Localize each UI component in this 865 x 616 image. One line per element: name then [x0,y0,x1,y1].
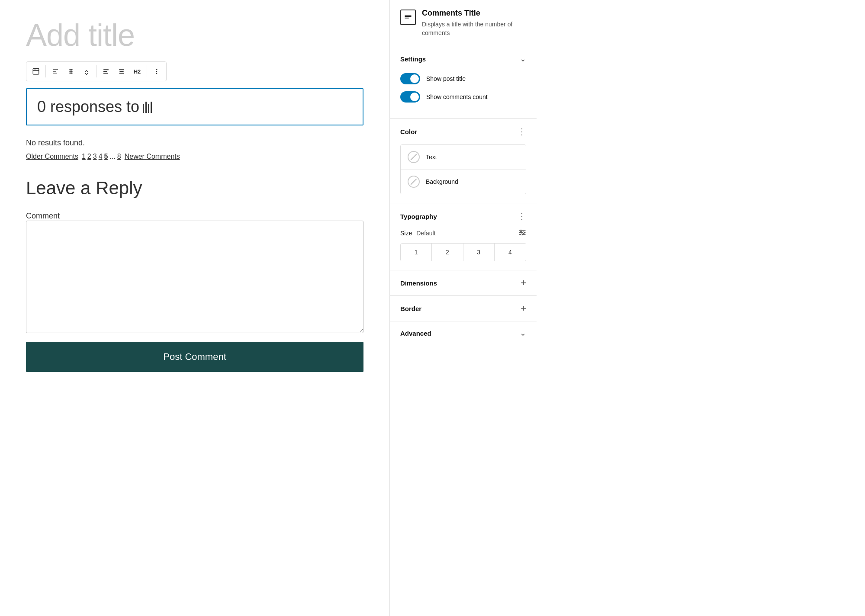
typography-more-button[interactable]: ⋮ [518,211,526,221]
block-type-icon [400,10,416,25]
typography-content: Size Default 1 2 3 4 [390,229,537,270]
page-2[interactable]: 2 [87,153,91,160]
toolbar-divider-1 [45,65,46,77]
toolbar-align-btn[interactable] [48,64,63,79]
svg-rect-0 [33,68,39,74]
older-comments-link[interactable]: Older Comments [26,153,78,160]
typography-section: Typography ⋮ Size Default [390,203,537,270]
comment-label: Comment [26,212,60,220]
show-comments-count-toggle[interactable] [400,91,420,103]
dimensions-section[interactable]: Dimensions + [390,270,537,296]
show-post-title-toggle[interactable] [400,73,420,84]
color-options: Text Background [400,144,526,194]
color-section: Color ⋮ Text Background [390,119,537,203]
show-post-title-row: Show post title [400,73,526,84]
color-title: Color [400,128,417,135]
toolbar-drag-btn[interactable] [63,64,79,79]
dimensions-title: Dimensions [400,279,437,287]
text-color-option[interactable]: Text [401,145,526,170]
block-info-header: Comments Title Displays a title with the… [390,0,537,46]
toolbar-text-center-btn[interactable] [114,64,129,79]
svg-rect-17 [119,73,124,74]
svg-point-19 [156,71,158,72]
size-step-4[interactable]: 4 [495,244,526,261]
page-4[interactable]: 4 [99,153,103,160]
size-step-1[interactable]: 1 [401,244,432,261]
svg-point-7 [71,69,72,70]
background-color-circle [408,176,420,188]
show-post-title-label: Show post title [426,75,466,82]
show-comments-count-row: Show comments count [400,91,526,103]
cursor-bar-2 [145,102,147,113]
toolbar-more-options-btn[interactable] [149,64,164,79]
comments-title-block[interactable]: 0 responses to [26,88,363,125]
background-color-option[interactable]: Background [401,170,526,194]
page-8[interactable]: 8 [117,153,121,160]
svg-rect-16 [119,71,123,72]
cursor-bar-4 [151,102,152,113]
size-steps: 1 2 3 4 [400,243,526,261]
advanced-title: Advanced [400,330,431,337]
typography-header: Typography ⋮ [390,203,537,229]
size-label: Size [400,230,412,237]
comments-title-text: 0 responses to [37,98,139,116]
toolbar-block-type-btn[interactable] [28,64,44,79]
size-default-label: Default [416,230,435,237]
svg-point-6 [70,69,71,70]
toolbar-text-left-btn[interactable] [98,64,114,79]
post-comment-button[interactable]: Post Comment [26,342,363,372]
block-info-text: Comments Title Displays a title with the… [422,9,526,37]
svg-rect-15 [119,69,124,70]
advanced-section[interactable]: Advanced ⌄ [390,321,537,345]
page-5[interactable]: 5 [104,153,108,160]
background-color-slash [411,179,417,185]
svg-point-8 [70,71,71,72]
size-row: Size Default [400,229,526,237]
toolbar-divider-3 [147,65,147,77]
newer-comments-link[interactable]: Newer Comments [125,153,180,160]
text-color-label: Text [426,154,437,160]
svg-point-29 [521,234,523,236]
svg-rect-13 [103,71,107,72]
page-ellipsis: ... [109,153,115,160]
svg-rect-12 [103,69,109,70]
leave-reply-heading: Leave a Reply [26,178,363,199]
show-comments-count-label: Show comments count [426,93,488,100]
size-step-3[interactable]: 3 [463,244,495,261]
color-more-button[interactable]: ⋮ [518,126,526,137]
svg-point-28 [523,232,524,234]
toolbar-divider-2 [96,65,96,77]
border-expand-button[interactable]: + [521,304,526,313]
dimensions-expand-button[interactable]: + [521,278,526,288]
svg-point-10 [70,73,71,74]
svg-point-9 [71,71,72,72]
pagination: Older Comments 1 2 3 4 5 ... 8 Newer Com… [26,153,363,160]
settings-content: Show post title Show comments count [390,71,537,118]
comment-textarea[interactable] [26,221,363,333]
background-color-label: Background [426,178,458,185]
size-slider-icon [518,229,526,237]
page-1[interactable]: 1 [82,153,86,160]
toolbar-h2-btn[interactable]: H2 [129,64,145,79]
toggle-slider-comments-count [400,91,420,103]
border-section[interactable]: Border + [390,296,537,321]
main-content: Add title [0,0,389,616]
page-3[interactable]: 3 [93,153,97,160]
text-color-slash [411,154,417,160]
toolbar-group-text: H2 [98,64,145,79]
border-title: Border [400,305,421,312]
settings-section: Settings ⌄ Show post title Show comments… [390,46,537,119]
add-title[interactable]: Add title [26,17,363,53]
settings-header[interactable]: Settings ⌄ [390,46,537,71]
advanced-expand-button[interactable]: ⌄ [520,329,526,337]
settings-title: Settings [400,55,426,63]
svg-rect-14 [103,73,108,74]
toggle-slider-post-title [400,73,420,84]
sidebar-panel: Comments Title Displays a title with the… [389,0,537,616]
typography-title: Typography [400,213,437,220]
no-results-text: No results found. [26,138,363,148]
size-step-2[interactable]: 2 [432,244,463,261]
cursor-bar-3 [148,104,149,113]
toolbar-move-btn[interactable] [79,64,94,79]
settings-chevron-up-icon: ⌄ [520,54,526,64]
